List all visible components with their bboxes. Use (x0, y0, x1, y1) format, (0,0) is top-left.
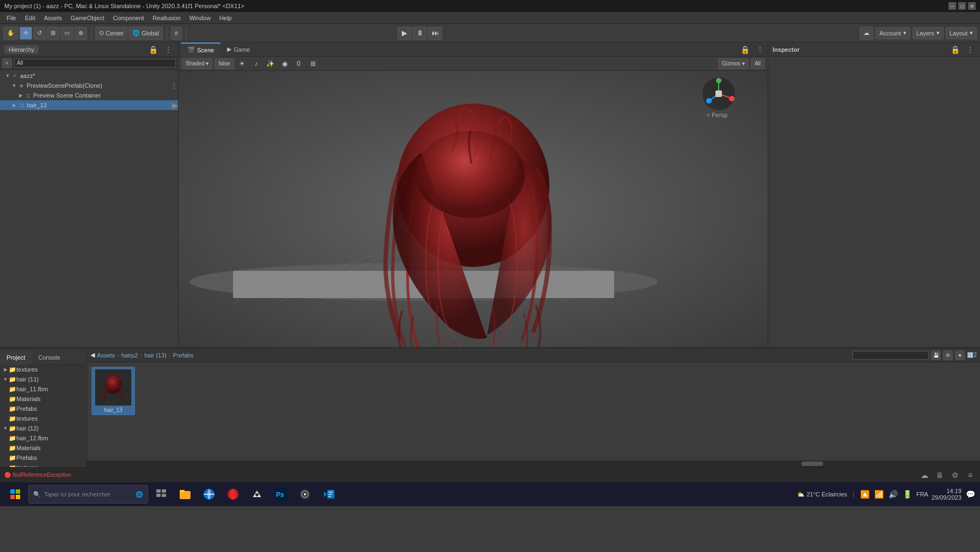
menu-window[interactable]: Window (185, 12, 215, 24)
star-button[interactable]: ★ (955, 350, 965, 360)
start-button[interactable] (4, 483, 26, 505)
hierarchy-menu-icon[interactable]: ⋮ (163, 45, 174, 54)
stats-button[interactable]: 0 (293, 58, 305, 69)
maximize-button[interactable]: □ (958, 2, 966, 10)
all-dropdown[interactable]: All (751, 58, 764, 69)
pause-button[interactable]: ⏸ (413, 27, 427, 40)
menu-gameobject[interactable]: GameObject (66, 12, 109, 24)
file-item-hair12fbm[interactable]: 📁 hair_12.fbm (0, 433, 87, 443)
collab-button[interactable]: ☁ (860, 27, 873, 40)
error-status[interactable]: 🔴 NullReferenceException (4, 472, 71, 478)
inspector-menu-icon[interactable]: ⋮ (965, 45, 976, 54)
file-item-prefabs-1[interactable]: 📁 Prefabs (0, 404, 87, 414)
audio-button[interactable]: ♪ (250, 58, 262, 69)
hierarchy-item-container[interactable]: ▶ ◻ Preview Scene Container (0, 90, 178, 100)
shading-dropdown[interactable]: Shaded ▾ (182, 58, 212, 69)
layers-dropdown[interactable]: Layers ▾ (912, 27, 944, 39)
viewport[interactable]: Y Z < Persp (179, 71, 768, 347)
menu-reallusion[interactable]: Reallusion (148, 12, 185, 24)
layout-dropdown[interactable]: Layout ▾ (946, 27, 977, 39)
battery-icon[interactable]: 🔋 (902, 489, 913, 500)
2d-button[interactable]: false (215, 58, 234, 69)
breadcrumb-hair13[interactable]: hair (13) (144, 352, 167, 359)
step-button[interactable]: ⏭ (428, 27, 442, 40)
cloud-icon[interactable]: ☁ (919, 470, 930, 481)
file-item-textures-2[interactable]: 📁 textures (0, 463, 87, 467)
tab-scene[interactable]: 🎬 Scene (181, 43, 220, 57)
rotate-tool-button[interactable]: ↺ (33, 27, 46, 40)
gizmos-dropdown[interactable]: Gizmos ▾ (718, 58, 749, 69)
monitor-icon[interactable]: 🖥 (934, 470, 945, 481)
settings-icon[interactable]: ⚙ (950, 470, 960, 481)
volume-icon[interactable]: 🔊 (888, 489, 899, 500)
save-button[interactable]: 💾 (931, 350, 941, 360)
obs-button[interactable] (294, 483, 316, 505)
vscode-button[interactable] (318, 483, 340, 505)
scroll-bar[interactable] (87, 460, 980, 467)
grid-view-button[interactable]: ⊞ (307, 58, 319, 69)
opera-button[interactable] (222, 483, 244, 505)
clock-widget[interactable]: 14:19 29/09/2023 (932, 488, 961, 501)
browser-button[interactable] (198, 483, 220, 505)
unity-taskbar-button[interactable] (246, 483, 268, 505)
file-item-textures[interactable]: ▶ 📁 textures (0, 365, 87, 374)
network-icon[interactable]: 📶 (874, 489, 885, 500)
rect-tool-button[interactable]: ▭ (60, 27, 74, 40)
move-tool-button[interactable]: ✛ (20, 27, 32, 40)
settings-button[interactable]: ⚙ (943, 350, 953, 360)
breadcrumb-hairp2[interactable]: hairp2 (121, 352, 138, 359)
minimize-button[interactable]: ─ (948, 2, 956, 10)
play-button[interactable]: ▶ (397, 27, 412, 40)
pivot-toggle[interactable]: ⊙ Center (95, 27, 127, 40)
menu-help[interactable]: Help (215, 12, 236, 24)
weather-widget[interactable]: ⛅ 21°C Eclaircies (797, 491, 847, 498)
nav-back-button[interactable]: ◀ (90, 351, 95, 359)
file-explorer-button[interactable] (174, 483, 196, 505)
photoshop-button[interactable]: Ps (270, 483, 292, 505)
file-item-hair11[interactable]: ▼ 📁 hair (11) (0, 374, 87, 384)
hierarchy-item-previewscene[interactable]: ▼ ◈ PreviewScenePrefab(Clone) ⋮ (0, 81, 178, 90)
tab-console[interactable]: Console (32, 350, 66, 365)
hierarchy-item-hair13[interactable]: ▶ ◻ hair_13 ▶ (0, 100, 178, 110)
breadcrumb-assets[interactable]: Assets (97, 352, 115, 359)
inspector-lock-icon[interactable]: 🔒 (949, 45, 961, 54)
taskview-button[interactable] (150, 483, 172, 505)
hierarchy-item-aazz[interactable]: ▼ ≡ aazz* (0, 71, 178, 81)
asset-item-hair13[interactable]: hair_13 (91, 367, 135, 415)
file-item-hair11fbm[interactable]: 📁 hair_11.fbm (0, 384, 87, 394)
hidden-layers-button[interactable]: ◉ (279, 58, 291, 69)
layers-icon[interactable]: ≡ (965, 470, 976, 481)
scroll-thumb[interactable] (801, 462, 823, 466)
more-button[interactable]: ⋮ (170, 81, 178, 90)
hierarchy-add-button[interactable]: + (2, 58, 12, 68)
hierarchy-search-input[interactable] (14, 59, 176, 68)
file-item-textures-1[interactable]: 📁 textures (0, 414, 87, 423)
menu-edit[interactable]: Edit (21, 12, 40, 24)
tab-project[interactable]: Project (0, 350, 32, 365)
menu-file[interactable]: File (2, 12, 21, 24)
file-item-prefabs-2[interactable]: 📁 Prefabs (0, 453, 87, 463)
tab-game[interactable]: ▶ Game (220, 43, 256, 57)
account-dropdown[interactable]: Account ▾ (875, 27, 910, 39)
lighting-button[interactable]: ☀ (236, 58, 248, 69)
scale-tool-button[interactable]: ⊞ (47, 27, 59, 40)
menu-assets[interactable]: Assets (40, 12, 66, 24)
hierarchy-tab[interactable]: Hierarchy (4, 45, 39, 54)
systray-icon-1[interactable]: 🔼 (860, 489, 871, 500)
hierarchy-lock-icon[interactable]: 🔒 (147, 45, 160, 54)
close-button[interactable]: ✕ (968, 2, 976, 10)
scene-menu-icon[interactable]: ⋮ (755, 45, 765, 54)
fx-button[interactable]: ✨ (265, 58, 277, 69)
taskbar-search[interactable]: 🔍 Taper ici pour rechercher 🌐 (28, 485, 148, 504)
scene-lock-icon[interactable]: 🔒 (739, 45, 751, 54)
transform-tool-button[interactable]: ⊕ (75, 27, 87, 40)
file-item-materials-1[interactable]: 📁 Materials (0, 394, 87, 404)
notification-button[interactable]: 💬 (965, 489, 976, 500)
more-button-2[interactable]: ▶ (172, 101, 178, 110)
menu-component[interactable]: Component (108, 12, 148, 24)
grid-button[interactable]: # (171, 27, 182, 40)
hand-tool-button[interactable]: ✋ (3, 27, 19, 40)
breadcrumb-prefabs[interactable]: Prefabs (173, 352, 194, 359)
space-toggle[interactable]: 🌐 Global (128, 27, 163, 40)
asset-search-input[interactable] (853, 351, 929, 360)
